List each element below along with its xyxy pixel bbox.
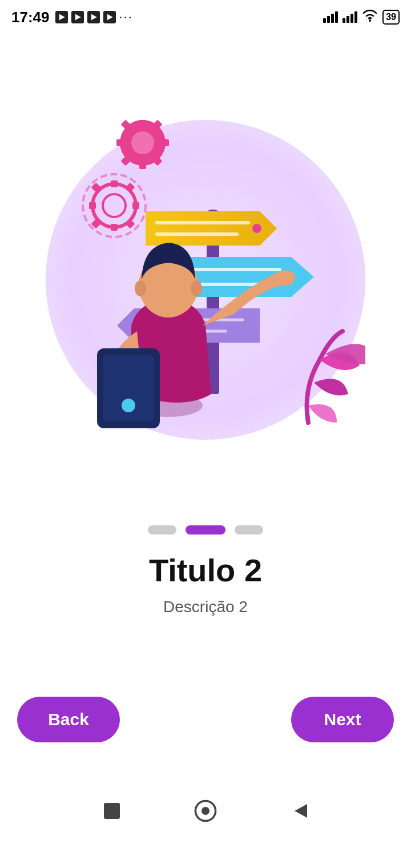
svg-point-45 xyxy=(202,807,209,815)
battery-icon: 39 xyxy=(382,10,400,25)
pagination-dot-3 xyxy=(235,525,263,535)
svg-rect-9 xyxy=(111,224,118,231)
pagination-dot-1 xyxy=(148,525,176,535)
svg-point-30 xyxy=(252,224,261,233)
svg-marker-0 xyxy=(59,14,65,20)
svg-rect-43 xyxy=(104,803,120,819)
svg-marker-2 xyxy=(91,14,96,20)
signal-icon-2 xyxy=(342,11,357,23)
pagination-dot-2 xyxy=(186,525,225,535)
svg-rect-10 xyxy=(132,202,139,209)
status-bar: 17:49 ··· xyxy=(0,0,411,34)
media-icon-4 xyxy=(103,11,116,23)
signal-icon-1 xyxy=(323,11,338,23)
status-icons: ··· xyxy=(55,10,133,25)
svg-point-41 xyxy=(135,280,146,296)
svg-point-7 xyxy=(103,194,126,217)
media-icon-3 xyxy=(87,11,100,23)
svg-rect-12 xyxy=(126,183,135,192)
svg-point-17 xyxy=(131,131,154,154)
wifi-icon xyxy=(362,10,378,25)
svg-rect-14 xyxy=(126,219,135,229)
battery-level: 39 xyxy=(386,12,396,22)
slide-title: Titulo 2 xyxy=(0,552,411,589)
status-more-dots: ··· xyxy=(119,10,133,25)
nav-home-icon[interactable] xyxy=(193,798,218,823)
status-time: 17:49 xyxy=(11,9,50,26)
back-button[interactable]: Back xyxy=(17,697,120,742)
status-right: 39 xyxy=(323,10,400,25)
status-left: 17:49 ··· xyxy=(11,9,133,26)
svg-point-4 xyxy=(369,19,371,22)
nav-buttons: Back Next xyxy=(0,697,411,742)
illustration-svg xyxy=(46,120,365,440)
pagination-dots xyxy=(0,525,411,535)
svg-point-39 xyxy=(122,399,135,412)
svg-rect-11 xyxy=(89,202,96,209)
svg-marker-1 xyxy=(75,14,80,20)
bottom-nav-bar xyxy=(0,788,411,834)
media-icon-2 xyxy=(71,11,84,23)
media-icon-1 xyxy=(55,11,68,23)
svg-rect-18 xyxy=(139,120,146,123)
svg-marker-3 xyxy=(107,14,112,20)
svg-marker-46 xyxy=(295,804,307,818)
illustration-area xyxy=(0,57,411,503)
svg-rect-8 xyxy=(111,180,118,187)
svg-rect-20 xyxy=(162,139,169,146)
svg-point-42 xyxy=(191,280,202,296)
nav-back-icon[interactable] xyxy=(287,798,312,823)
nav-square-icon[interactable] xyxy=(99,798,124,823)
svg-rect-19 xyxy=(139,162,146,169)
svg-rect-21 xyxy=(116,139,123,146)
slide-description: Descrição 2 xyxy=(0,598,411,616)
next-button[interactable]: Next xyxy=(291,697,394,742)
